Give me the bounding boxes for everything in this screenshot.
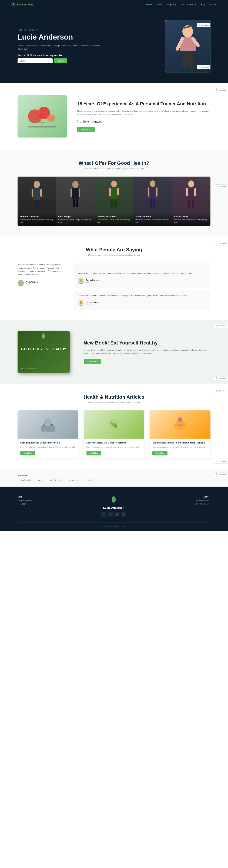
- testimonial-right: " 'Quaerat mus ut? Magni suscipat eaque …: [74, 263, 211, 310]
- article-content-2: Lobortis Sapien, Nisi Donec Perfereedis …: [84, 439, 145, 458]
- social-twitter-button[interactable]: t: [108, 512, 113, 517]
- nav-programs[interactable]: Programs: [167, 3, 176, 6]
- book-leaf-icon: [41, 333, 46, 339]
- avatar-svg-3: [78, 300, 84, 306]
- testimonial-card-author-info-1: Emma Roberts Client: [86, 279, 100, 283]
- svg-rect-10: [32, 189, 33, 197]
- about-image: [17, 95, 67, 137]
- article-title-1: Corrupti Explicabo Congue Placea Felis: [20, 441, 76, 444]
- article-img-svg-1: [39, 416, 56, 433]
- hero-person-image: [165, 20, 210, 72]
- articles-section-wrapper: Health & Nutrition Articles Maecenas ula…: [0, 384, 228, 469]
- nav-blog[interactable]: Blog: [201, 3, 205, 6]
- footer-social: f t in b: [101, 512, 126, 517]
- svg-point-25: [150, 180, 155, 187]
- featured-logo-3: LOGOPILUM: [49, 479, 62, 481]
- service-person-svg-4: [146, 180, 160, 208]
- svg-point-52: [178, 417, 182, 422]
- read-more-button-1[interactable]: Read More: [20, 451, 35, 456]
- article-desc-3: Dolor ut diacorser, commode velit mec ru…: [152, 446, 208, 448]
- customize-services[interactable]: ✏️ Customize: [214, 184, 228, 188]
- featured-logo-4: LOGO——: [69, 479, 80, 481]
- author-name-left: Philip Watson: [26, 281, 38, 283]
- footer-email-value: info@example.com: [17, 500, 33, 502]
- customize-testimonials[interactable]: ✏️ Customize: [214, 242, 228, 246]
- svg-rect-45: [43, 425, 45, 426]
- nav-contact[interactable]: Contact: [210, 3, 218, 6]
- svg-rect-17: [79, 188, 80, 197]
- social-blog-button[interactable]: b: [121, 512, 126, 517]
- testimonial-card-text-1: 'Quaerat mus ut? Magni suscipat eaque im…: [78, 272, 206, 275]
- nav-success[interactable]: Success Stories: [181, 3, 196, 6]
- pencil-icon-8: ✏️: [216, 390, 218, 392]
- hero-email-input[interactable]: [17, 58, 52, 63]
- article-image-placeholder-1: [17, 410, 78, 439]
- footer-address-line1: 9910 Inverness St.: [196, 500, 211, 502]
- svg-point-14: [72, 181, 79, 188]
- service-card-desc-2: Maecenas ulam, Mollis suscipet sem adipi…: [58, 219, 92, 223]
- book-title: New Book! Eat Yourself Healthy: [84, 340, 211, 346]
- customize-articles-top[interactable]: ✏️ Customize: [214, 389, 228, 393]
- svg-rect-19: [76, 199, 78, 207]
- service-card-desc-3: Maecenas ulam, Mollis suscipet sem adipi…: [97, 219, 131, 223]
- testimonials-title: What People Are Saying: [17, 247, 211, 252]
- nav-home[interactable]: Home: [146, 3, 152, 6]
- hero-tag: Hello I Am Nutritionist: [17, 29, 102, 31]
- testimonial-author-role-2: Client: [86, 303, 99, 305]
- hero-submit-button[interactable]: Submit: [54, 58, 67, 63]
- customize-hero-bottom[interactable]: ✏️ Customize: [197, 65, 211, 69]
- article-image-placeholder-2: [84, 410, 145, 439]
- social-linkedin-button[interactable]: in: [115, 512, 119, 517]
- order-now-button[interactable]: Order Now: [84, 359, 101, 364]
- svg-rect-34: [188, 200, 190, 208]
- social-facebook-button[interactable]: f: [101, 512, 106, 517]
- read-more-button-3[interactable]: Read More: [152, 451, 167, 456]
- testimonial-left-author: Philip Watson Patient: [17, 280, 67, 286]
- services-subtitle: Maecenas ulam, Mollis suscipet sem adipi…: [17, 167, 211, 169]
- hero-content: Hello I Am Nutritionist Lucie Anderson F…: [17, 29, 102, 63]
- customize-book-top[interactable]: ✏️ Customize: [214, 324, 228, 328]
- service-card-3[interactable]: Cooking Resources Maecenas ulam, Mollis …: [95, 177, 133, 226]
- featured-label: Featured In:: [17, 474, 211, 476]
- svg-point-31: [188, 180, 194, 187]
- service-card-1[interactable]: Nutrition Coaching Maecenas ulam, Mollis…: [17, 177, 56, 226]
- know-more-button[interactable]: Know More: [77, 127, 95, 132]
- service-card-5[interactable]: Balance Body Maecenas ulam, Mollis susci…: [172, 177, 211, 226]
- customize-featured[interactable]: ✏️ Customize: [214, 472, 228, 476]
- service-card-desc-1: Maecenas ulam, Mollis suscipet sem adipi…: [20, 219, 54, 223]
- testimonial-left: Arcu litm nilit dolorum, cupidatat adipi…: [17, 263, 67, 310]
- about-content: 15 Years Of Experience As A Personal Tra…: [77, 101, 211, 132]
- svg-rect-28: [156, 187, 157, 196]
- nav-about[interactable]: About: [157, 3, 162, 6]
- customize-articles-bottom[interactable]: ✏️ Customize: [214, 460, 228, 464]
- service-card-overlay-5: Balance Body Maecenas ulam, Mollis susci…: [172, 213, 211, 226]
- articles-section: Health & Nutrition Articles Maecenas ula…: [0, 384, 228, 469]
- testimonial-left-avatar: [17, 280, 24, 286]
- testimonial-card-1: " 'Quaerat mus ut? Magni suscipat eaque …: [74, 263, 211, 288]
- services-title: What I Offer For Good Health?: [17, 160, 211, 166]
- book-section-wrapper: EAT HEALTHY LIVE HEALTHY LUCIE ANDERSON …: [0, 320, 228, 384]
- service-card-2[interactable]: Lose Weight Maecenas ulam, Mollis suscip…: [56, 177, 95, 226]
- hero-image-area: ✏️ Customize ✏️ Customize: [165, 20, 211, 72]
- article-image-2: [84, 410, 145, 439]
- article-image-placeholder-3: [150, 410, 211, 439]
- hero-person-svg: [174, 23, 202, 72]
- footer-center: Lucie Anderson f t in b: [101, 495, 126, 517]
- customize-hero-top[interactable]: ✏️ Customize: [197, 23, 211, 27]
- service-person-svg-3: [107, 180, 121, 208]
- svg-point-6: [46, 115, 55, 122]
- featured-logo-2: ●●●: [38, 479, 42, 481]
- about-desc: Maecenas ulam, Mollis suscipet sem adipi…: [77, 110, 211, 116]
- nav-links: Home About Programs Success Stories Blog…: [146, 3, 218, 6]
- customize-book-bottom[interactable]: ✏️ Customize: [214, 376, 228, 380]
- customize-about[interactable]: ✏️ Customize: [214, 88, 228, 92]
- logo[interactable]: lucienutrition: [10, 2, 33, 7]
- svg-rect-18: [73, 199, 75, 207]
- featured-section: Featured In: LOGOPILUM ●●● LOGOPILUM LOG…: [0, 469, 228, 487]
- service-person-4: [133, 177, 172, 212]
- service-card-overlay-4: Sports Nutrition Maecenas ulam, Mollis s…: [133, 213, 172, 226]
- read-more-button-2[interactable]: Read More: [86, 451, 101, 456]
- logo-icon: [10, 2, 16, 7]
- service-card-4[interactable]: Sports Nutrition Maecenas ulam, Mollis s…: [133, 177, 172, 226]
- service-card-overlay-1: Nutrition Coaching Maecenas ulam, Mollis…: [17, 213, 56, 226]
